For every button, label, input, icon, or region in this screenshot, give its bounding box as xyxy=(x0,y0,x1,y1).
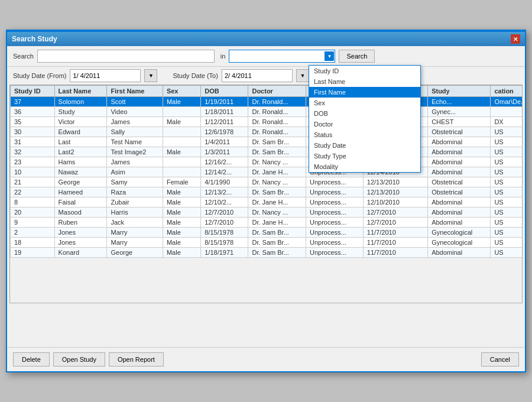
from-date-label: Study Date (From) xyxy=(13,72,66,79)
field-dropdown-input[interactable]: First Name xyxy=(229,50,335,63)
col-study-id: Study ID xyxy=(11,86,55,97)
search-button[interactable]: Search xyxy=(339,50,375,63)
toolbar: Search in First Name ▼ Search xyxy=(7,46,525,67)
to-date-input[interactable] xyxy=(222,69,293,82)
dropdown-item-studytype[interactable]: Study Type xyxy=(309,151,420,161)
search-study-dialog: Search Study ✕ Search in First Name ▼ Se… xyxy=(6,30,526,372)
search-label: Search xyxy=(13,53,34,60)
results-table: Study ID Last Name First Name Sex DOB Do… xyxy=(10,85,523,258)
col-study: Study xyxy=(428,86,491,97)
from-date-input[interactable] xyxy=(70,69,141,82)
table-row[interactable]: 10NawazAsim12/14/2...Dr. Jane H...Unproc… xyxy=(11,167,523,177)
table-row[interactable]: 30EdwardSally12/6/1978Dr. Ronald...Unpro… xyxy=(11,127,523,137)
dropdown-item-status[interactable]: Status xyxy=(309,129,420,140)
table-row[interactable]: 20MasoodHarrisMale12/7/2010Dr. Nancy ...… xyxy=(11,208,523,218)
table-row[interactable]: 8FaisalZubairMale12/10/2...Dr. Jane H...… xyxy=(11,197,523,208)
table-row[interactable]: 9RubenJackMale12/7/2010Dr. Jane H...Unpr… xyxy=(11,218,523,228)
table-row[interactable]: 23HamsJames12/16/2...Dr. Nancy ...Unproc… xyxy=(11,157,523,167)
in-label: in xyxy=(220,53,226,60)
open-study-button[interactable]: Open Study xyxy=(53,352,105,367)
table-row[interactable]: 19KonardGeorgeMale1/18/1971Dr. Sam Br...… xyxy=(11,248,523,258)
col-location: cation xyxy=(491,86,523,97)
col-first-name: First Name xyxy=(107,86,163,97)
to-calendar-button[interactable]: ▼ xyxy=(296,69,309,82)
dropdown-item-lastname[interactable]: Last Name xyxy=(309,76,420,87)
dropdown-item-modality[interactable]: Modality xyxy=(309,161,420,172)
table-row[interactable]: 36StudyVideo1/18/2011Dr. Ronald...Unproc… xyxy=(11,107,523,117)
table-row[interactable]: 37SolomonScottMale1/19/2011Dr. Ronald...… xyxy=(11,97,523,107)
dropdown-item-studyid[interactable]: Study ID xyxy=(309,66,420,76)
results-table-container[interactable]: Study ID Last Name First Name Sex DOB Do… xyxy=(9,85,523,303)
table-row[interactable]: 22HameedRazaMale12/13/2...Dr. Sam Br...U… xyxy=(11,187,523,197)
dropdown-item-sex[interactable]: Sex xyxy=(309,98,420,108)
table-body: 37SolomonScottMale1/19/2011Dr. Ronald...… xyxy=(11,97,523,258)
table-row[interactable]: 21GeorgeSamyFemale4/1/1990Dr. Nancy ...U… xyxy=(11,177,523,187)
from-calendar-button[interactable]: ▼ xyxy=(144,69,157,82)
open-report-button[interactable]: Open Report xyxy=(109,352,164,367)
to-date-label: Study Date (To) xyxy=(173,72,218,79)
table-row[interactable]: 32Last2Test Image2Male1/3/2011Dr. Sam Br… xyxy=(11,147,523,157)
title-bar: Search Study ✕ xyxy=(7,32,525,46)
close-button[interactable]: ✕ xyxy=(511,34,520,44)
table-row[interactable]: 2JonesMarryMale8/15/1978Dr. Sam Br...Unp… xyxy=(11,228,523,238)
footer-left-buttons: Delete Open Study Open Report xyxy=(13,352,164,367)
delete-button[interactable]: Delete xyxy=(13,352,50,367)
col-last-name: Last Name xyxy=(54,86,107,97)
col-doctor: Doctor xyxy=(248,86,306,97)
dialog-title: Search Study xyxy=(12,35,57,43)
dropdown-item-studydate[interactable]: Study Date xyxy=(309,140,420,151)
table-row[interactable]: 18JonesMarryMale8/15/1978Dr. Sam Br...Un… xyxy=(11,238,523,248)
date-row: Study Date (From) ▼ Study Date (To) ▼ xyxy=(7,67,525,85)
search-input[interactable] xyxy=(37,50,215,63)
table-row[interactable]: 31LastTest Name1/4/2011Dr. Sam Br...Unpr… xyxy=(11,137,523,147)
footer: Delete Open Study Open Report Cancel xyxy=(7,347,525,371)
field-dropdown-wrapper: First Name ▼ xyxy=(229,50,335,63)
dropdown-item-doctor[interactable]: Doctor xyxy=(309,119,420,129)
dropdown-item-dob[interactable]: DOB xyxy=(309,108,420,119)
table-row[interactable]: 35VictorJamesMale1/12/2011Dr. Ronald...U… xyxy=(11,117,523,127)
cancel-button[interactable]: Cancel xyxy=(481,352,519,367)
dropdown-item-firstname[interactable]: First Name xyxy=(309,87,420,98)
col-dob: DOB xyxy=(201,86,248,97)
field-dropdown-overlay: Study ID Last Name First Name Sex DOB Do… xyxy=(309,65,421,173)
col-sex: Sex xyxy=(163,86,200,97)
table-header-row: Study ID Last Name First Name Sex DOB Do… xyxy=(11,86,523,97)
